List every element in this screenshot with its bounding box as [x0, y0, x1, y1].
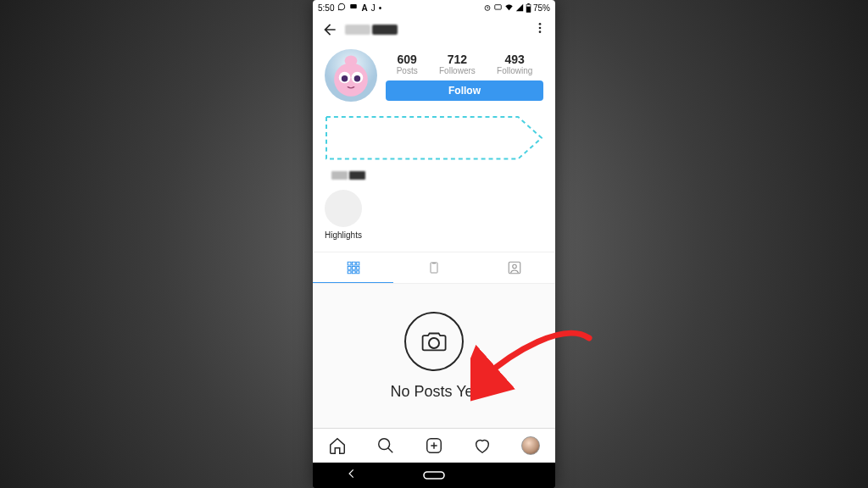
app-a-icon: A — [361, 3, 367, 13]
phone-frame: 5:50 A J • 75% — [313, 0, 555, 488]
stage: 5:50 A J • 75% — [0, 0, 868, 488]
svg-point-19 — [513, 264, 517, 269]
tab-grid[interactable] — [313, 252, 393, 283]
svg-rect-0 — [351, 4, 358, 8]
nav-search[interactable] — [361, 429, 409, 463]
nav-activity[interactable] — [459, 429, 507, 463]
highlights-label: Highlights — [325, 230, 543, 240]
status-bar: 5:50 A J • 75% — [313, 0, 555, 15]
android-back[interactable] — [346, 468, 358, 483]
app-surface: 609 Posts 712 Followers 493 Following Fo… — [313, 15, 555, 463]
svg-point-7 — [539, 27, 542, 30]
avatar[interactable] — [325, 49, 377, 102]
nav-profile[interactable] — [507, 429, 555, 463]
svg-rect-18 — [509, 262, 521, 274]
nav-add[interactable] — [409, 429, 458, 463]
tab-feed[interactable] — [393, 252, 474, 283]
status-time: 5:50 — [318, 3, 334, 13]
svg-point-8 — [539, 30, 542, 33]
wifi-icon — [504, 3, 514, 12]
follow-button[interactable]: Follow — [386, 80, 543, 101]
message-icon — [349, 3, 358, 13]
whatsapp-icon — [337, 3, 346, 13]
svg-point-10 — [334, 63, 368, 97]
highlight-placeholder[interactable] — [325, 190, 362, 227]
svg-rect-16 — [431, 263, 437, 273]
battery-icon — [526, 3, 531, 13]
stat-posts[interactable]: 609 Posts — [397, 53, 418, 75]
svg-point-14 — [342, 75, 348, 81]
stat-followers[interactable]: 712 Followers — [439, 53, 476, 75]
svg-point-15 — [354, 75, 360, 81]
bio-redacted-line — [331, 171, 365, 180]
username-redacted — [345, 25, 526, 35]
svg-point-11 — [345, 55, 358, 65]
highlights-section: Highlights — [325, 190, 543, 240]
profile-tabs — [313, 252, 555, 284]
svg-rect-2 — [495, 5, 502, 9]
bio-callout — [325, 115, 543, 161]
stat-following[interactable]: 493 Following — [497, 53, 532, 75]
svg-rect-5 — [526, 6, 531, 12]
cast-icon — [493, 3, 503, 12]
profile-header — [313, 15, 555, 44]
android-home[interactable] — [423, 468, 445, 483]
more-dot-icon: • — [379, 3, 382, 13]
svg-point-6 — [539, 23, 542, 25]
profile-row: 609 Posts 712 Followers 493 Following Fo… — [313, 44, 555, 102]
battery-text: 75% — [533, 3, 550, 13]
alarm-icon — [483, 3, 492, 12]
tab-tagged[interactable] — [475, 252, 555, 283]
stats-row: 609 Posts 712 Followers 493 Following — [386, 53, 543, 75]
more-options-button[interactable] — [533, 21, 547, 38]
back-button[interactable] — [321, 21, 338, 38]
svg-rect-23 — [424, 472, 444, 479]
bottom-nav — [313, 428, 555, 463]
svg-point-20 — [429, 338, 439, 348]
signal-icon — [515, 3, 524, 12]
empty-state-text: No Posts Yet — [390, 383, 477, 401]
svg-point-21 — [379, 439, 390, 450]
empty-state: No Posts Yet — [313, 284, 555, 428]
nav-home[interactable] — [313, 429, 361, 463]
camera-icon — [404, 312, 464, 371]
android-nav — [313, 463, 555, 488]
svg-rect-17 — [432, 263, 436, 263]
app-j-icon: J — [371, 3, 376, 13]
